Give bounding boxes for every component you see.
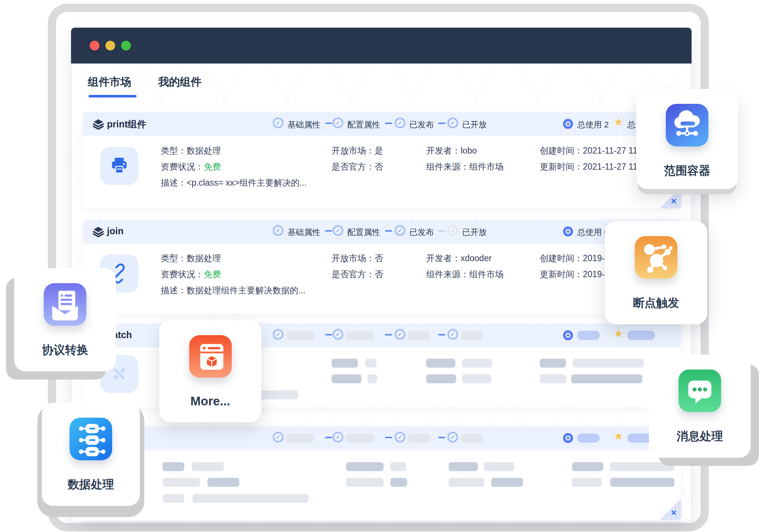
tab-my-components[interactable]: 我的组件 [158,75,201,90]
skeleton-pill [426,374,456,383]
skeleton-pill [408,331,430,340]
rating-star-icon: ★ [614,430,623,442]
step-divider [385,230,392,232]
floating-card-more[interactable]: More... [159,320,261,422]
component-card-print[interactable]: print组件 基础属性 配置属性 已发布 已开放 总使用 2 ★ 总评 [83,112,681,208]
skeleton-pill [572,462,603,471]
skeleton-pill [346,462,384,471]
usage-eye-icon [563,226,573,236]
close-icon[interactable]: × [671,507,677,519]
step-check-icon [395,432,405,442]
card-title: print组件 [107,118,147,130]
field-desc: 描述：数据处理组件主要解决数据的... [161,285,305,296]
skeleton-pill [192,462,224,471]
field-created: 创建时间：2021-11-27 11:2 [540,145,644,157]
floating-card-label: 消息处理 [649,429,751,444]
usage-eye-icon [563,119,573,129]
step-label: 基础属性 [287,227,320,238]
skeleton-pill [449,478,484,487]
data-nodes-icon [70,418,112,460]
app-window-cube-icon [189,335,232,378]
step-label: 已开放 [462,119,487,130]
tab-component-market[interactable]: 组件市场 [88,75,131,90]
usage-eye-icon [563,433,573,443]
skeleton-pill [462,359,492,368]
step-divider [438,123,445,124]
skeleton-pill [163,494,184,503]
skeleton-pill [461,331,483,340]
field-updated: 更新时间：2021-11-27 11:2 [540,161,644,173]
skeleton-pill [286,434,314,443]
skeleton-pill [540,374,566,383]
field-official: 是否官方：否 [332,269,383,280]
step-label: 基础属性 [287,119,320,130]
document-inbox-icon [44,283,86,326]
field-type: 类型：数据处理 [161,145,221,157]
card-corner-fold [659,187,681,208]
floating-card-label: 范围容器 [636,163,738,179]
skeleton-pill [462,374,491,383]
step-check-icon [395,226,405,235]
field-fee: 资费状况：免费 [161,269,221,280]
floating-card-label: 断点触发 [605,295,707,311]
step-check-icon [273,226,283,235]
card-title: join [107,226,123,236]
skeleton-pill [163,462,184,471]
field-source: 组件来源：组件市场 [426,161,504,173]
skeleton-pill [577,433,600,443]
component-card-skeleton[interactable]: ★ × [83,426,681,520]
skeleton-pill [390,478,407,487]
content-area: 组件市场 我的组件 print组件 基础属性 配置属性 已发布 已开放 [71,64,692,522]
step-divider [385,123,392,124]
close-icon[interactable]: × [671,195,677,207]
step-check-icon [448,118,458,128]
field-market: 开放市场：否 [332,253,383,264]
skeleton-pill [572,478,602,487]
skeleton-pill [491,478,523,487]
active-tab-indicator [89,95,136,98]
skeleton-pill [332,359,358,368]
minimize-window-dot[interactable] [105,41,115,50]
card-corner-fold [659,498,681,520]
skeleton-pill [627,331,655,340]
skeleton-pill [163,478,200,487]
step-divider [438,437,445,438]
step-label: 已发布 [409,119,434,130]
skeleton-pill [365,359,376,368]
step-label: 配置属性 [347,119,380,130]
card-header: join 基础属性 配置属性 已发布 已开放 总使用 6 ★ 总评 [83,220,681,244]
step-check-icon [333,330,343,339]
floating-card-message-processing[interactable]: 消息处理 [649,355,751,458]
step-divider [438,334,445,335]
maximize-window-dot[interactable] [121,41,131,50]
floating-card-data-processing[interactable]: 数据处理 [42,403,140,506]
step-label: 已发布 [409,227,434,238]
printer-icon [100,147,138,185]
window-titlebar [71,28,692,64]
layers-icon [93,226,104,237]
field-updated: 更新时间：2019-1 [540,269,610,280]
layers-icon [93,118,104,130]
skeleton-pill [461,434,483,443]
floating-card-scope-container[interactable]: 范围容器 [636,89,738,189]
field-market: 开放市场：是 [332,145,383,157]
skeleton-pill [571,374,642,383]
card-header: ★ [83,426,681,450]
close-window-dot[interactable] [90,41,99,50]
cloud-network-icon [666,104,708,146]
step-check-icon-inactive [448,226,458,235]
floating-card-breakpoint-trigger[interactable]: 断点触发 [605,221,707,324]
component-card-join[interactable]: join 基础属性 配置属性 已发布 已开放 总使用 6 ★ 总评 类型 [83,220,681,314]
field-type: 类型：数据处理 [161,253,221,264]
floating-card-protocol-conversion[interactable]: 协议转换 [14,268,116,371]
skeleton-pill [610,478,674,487]
step-check-icon [333,226,343,235]
usage-count: 总使用 6 [577,227,609,238]
field-fee: 资费状况：免费 [161,161,221,173]
skeleton-pill [449,462,478,471]
skeleton-pill [207,478,239,487]
step-check-icon [395,118,405,128]
step-divider [325,334,332,335]
skeleton-pill [332,374,361,383]
step-divider [325,123,332,124]
